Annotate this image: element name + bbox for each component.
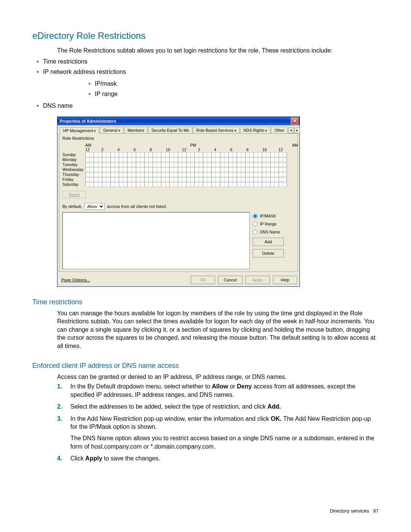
time-cell[interactable] (132, 172, 136, 177)
time-cell[interactable] (186, 157, 190, 162)
time-cell[interactable] (283, 182, 287, 187)
time-cell[interactable] (258, 157, 262, 162)
time-cell[interactable] (89, 167, 94, 172)
time-cell[interactable] (94, 152, 98, 157)
time-cell[interactable] (249, 182, 253, 187)
time-cell[interactable] (161, 172, 165, 177)
time-cell[interactable] (148, 162, 153, 167)
time-cell[interactable] (94, 172, 98, 177)
time-cell[interactable] (266, 182, 270, 187)
time-cell[interactable] (220, 167, 224, 172)
time-cell[interactable] (194, 167, 199, 172)
time-cell[interactable] (115, 167, 119, 172)
tab-hp-management[interactable]: HP Management (60, 127, 99, 134)
time-cell[interactable] (123, 152, 127, 157)
time-cell[interactable] (106, 157, 110, 162)
time-cell[interactable] (110, 152, 115, 157)
time-cell[interactable] (237, 162, 241, 167)
time-cell[interactable] (98, 167, 102, 172)
tab-scroll-right-button[interactable]: ▸ (294, 128, 300, 133)
time-cell[interactable] (211, 182, 215, 187)
delete-button[interactable]: Delete (253, 249, 284, 257)
time-cell[interactable] (241, 172, 245, 177)
time-cell[interactable] (153, 167, 157, 172)
time-cell[interactable] (186, 172, 190, 177)
time-cell[interactable] (270, 172, 274, 177)
time-cell[interactable] (233, 152, 237, 157)
time-cell[interactable] (215, 172, 220, 177)
time-cell[interactable] (224, 162, 228, 167)
radio-dns[interactable]: DNS Name (253, 230, 295, 235)
time-cell[interactable] (237, 177, 241, 182)
time-cell[interactable] (165, 157, 169, 162)
time-cell[interactable] (279, 157, 283, 162)
time-cell[interactable] (98, 177, 102, 182)
tab-scroll-left-button[interactable]: ◂ (288, 128, 294, 133)
time-cell[interactable] (148, 182, 153, 187)
time-cell[interactable] (127, 167, 131, 172)
time-cell[interactable] (178, 152, 182, 157)
time-cell[interactable] (174, 167, 178, 172)
time-cell[interactable] (241, 152, 245, 157)
time-cell[interactable] (174, 157, 178, 162)
time-cell[interactable] (279, 177, 283, 182)
time-cell[interactable] (249, 152, 253, 157)
time-cell[interactable] (194, 182, 199, 187)
time-cell[interactable] (102, 157, 106, 162)
time-cell[interactable] (174, 177, 178, 182)
time-cell[interactable] (233, 162, 237, 167)
time-cell[interactable] (178, 157, 182, 162)
time-cell[interactable] (228, 182, 233, 187)
time-cell[interactable] (140, 177, 144, 182)
time-cell[interactable] (94, 167, 98, 172)
time-cell[interactable] (115, 152, 119, 157)
time-cell[interactable] (228, 172, 233, 177)
time-cell[interactable] (241, 167, 245, 172)
time-cell[interactable] (106, 167, 110, 172)
time-cell[interactable] (203, 167, 207, 172)
radio-dns-input[interactable] (253, 230, 258, 235)
time-cell[interactable] (106, 152, 110, 157)
time-cell[interactable] (148, 172, 153, 177)
time-cell[interactable] (127, 172, 131, 177)
tab-general[interactable]: General (100, 127, 124, 133)
time-cell[interactable] (144, 162, 148, 167)
time-cell[interactable] (110, 172, 115, 177)
time-cell[interactable] (94, 177, 98, 182)
restriction-listbox[interactable] (62, 212, 250, 269)
time-cell[interactable] (245, 162, 249, 167)
time-cell[interactable] (89, 157, 94, 162)
time-cell[interactable] (165, 162, 169, 167)
time-cell[interactable] (98, 157, 102, 162)
time-cell[interactable] (169, 162, 174, 167)
time-cell[interactable] (186, 167, 190, 172)
time-cell[interactable] (119, 172, 123, 177)
time-cell[interactable] (233, 172, 237, 177)
time-cell[interactable] (182, 177, 186, 182)
tab-nds-rights[interactable]: NDS Rights (240, 127, 271, 133)
time-cell[interactable] (274, 172, 279, 177)
time-cell[interactable] (253, 157, 258, 162)
time-cell[interactable] (249, 177, 253, 182)
time-cell[interactable] (157, 167, 161, 172)
time-cell[interactable] (283, 177, 287, 182)
time-cell[interactable] (211, 177, 215, 182)
time-cell[interactable] (123, 172, 127, 177)
time-cell[interactable] (241, 182, 245, 187)
time-cell[interactable] (233, 167, 237, 172)
time-cell[interactable] (207, 167, 211, 172)
page-options-link[interactable]: Page Options... (60, 278, 90, 282)
time-cell[interactable] (178, 172, 182, 177)
time-cell[interactable] (190, 177, 194, 182)
time-cell[interactable] (233, 177, 237, 182)
time-cell[interactable] (237, 182, 241, 187)
time-cell[interactable] (132, 157, 136, 162)
time-cell[interactable] (182, 167, 186, 172)
time-cell[interactable] (119, 167, 123, 172)
help-button[interactable]: Help (273, 276, 297, 284)
radio-ipmask[interactable]: IP/MASK (253, 214, 295, 219)
time-cell[interactable] (190, 172, 194, 177)
time-cell[interactable] (140, 167, 144, 172)
time-cell[interactable] (98, 162, 102, 167)
time-cell[interactable] (174, 152, 178, 157)
